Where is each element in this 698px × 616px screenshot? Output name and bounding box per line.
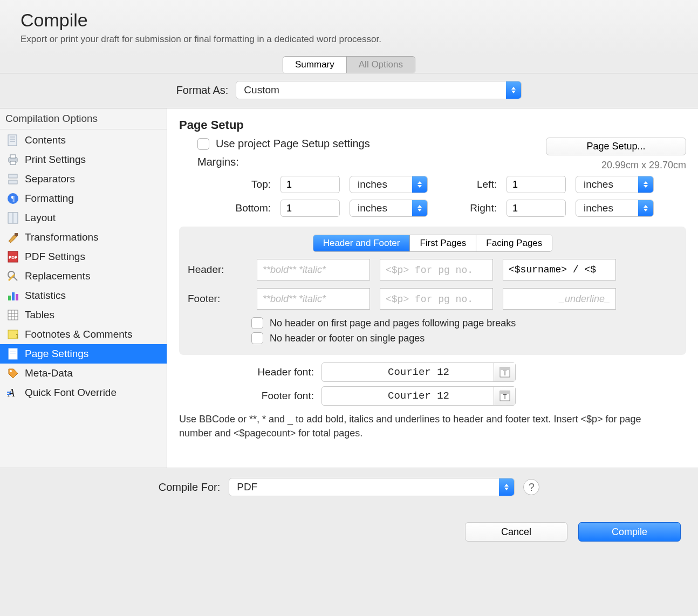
- tab-facing-pages[interactable]: Facing Pages: [476, 235, 552, 251]
- svg-line-17: [13, 277, 17, 280]
- sidebar-item-layout[interactable]: Layout: [0, 208, 167, 228]
- tab-summary[interactable]: Summary: [283, 57, 347, 73]
- chevron-updown-icon: [499, 478, 514, 496]
- margin-right-unit-select[interactable]: inches: [576, 200, 654, 217]
- sidebar-item-label: Print Settings: [25, 154, 86, 166]
- format-as-select[interactable]: Custom: [236, 81, 522, 99]
- brush-icon: [6, 231, 19, 244]
- margin-right-input[interactable]: [507, 200, 566, 217]
- main-panel: Page Setup Use project Page Setup settin…: [167, 108, 698, 468]
- svg-rect-19: [8, 296, 11, 300]
- svg-rect-20: [12, 292, 15, 300]
- sidebar-item-pdf-settings[interactable]: PDF PDF Settings: [0, 247, 167, 266]
- page-setup-button[interactable]: Page Setup...: [546, 138, 686, 155]
- format-row: Format As: Custom: [0, 73, 698, 108]
- svg-text:PDF: PDF: [9, 255, 17, 260]
- footer-left-input[interactable]: [257, 288, 370, 310]
- sidebar-item-label: Replacements: [25, 270, 90, 282]
- sidebar-item-statistics[interactable]: Statistics: [0, 286, 167, 305]
- svg-point-32: [10, 370, 12, 372]
- font-panel-icon[interactable]: T: [494, 363, 515, 381]
- header-font-display[interactable]: Courier 12 T: [321, 362, 516, 382]
- format-as-value: Custom: [244, 84, 279, 96]
- compile-button[interactable]: Compile: [578, 522, 681, 542]
- margin-top-input[interactable]: [280, 176, 340, 193]
- header-center-input[interactable]: [380, 259, 493, 280]
- sidebar-item-separators[interactable]: Separators: [0, 169, 167, 189]
- no-header-single-checkbox[interactable]: [251, 332, 263, 344]
- header-right-input[interactable]: [503, 259, 616, 280]
- svg-text:T: T: [503, 370, 507, 378]
- sidebar-item-label: Statistics: [25, 290, 66, 302]
- margin-bottom-label: Bottom:: [201, 202, 271, 214]
- margin-bottom-unit-select[interactable]: inches: [350, 200, 428, 217]
- sidebar-item-label: Contents: [25, 134, 66, 146]
- svg-rect-0: [8, 135, 17, 146]
- svg-rect-21: [16, 294, 18, 300]
- pencil-search-icon: [6, 270, 19, 283]
- chevron-updown-icon: [506, 81, 521, 99]
- header-left-input[interactable]: [257, 259, 370, 280]
- sidebar-item-label: Footnotes & Comments: [25, 328, 133, 340]
- sidebar-item-quick-font-override[interactable]: A Quick Font Override: [0, 383, 167, 402]
- sidebar-item-label: Page Settings: [25, 348, 88, 360]
- margin-left-unit-select[interactable]: inches: [576, 176, 654, 193]
- svg-rect-5: [10, 155, 16, 158]
- compile-for-label: Compile For:: [159, 481, 220, 494]
- sidebar-item-footnotes-comments[interactable]: 1 Footnotes & Comments: [0, 325, 167, 344]
- sidebar-title: Compilation Options: [0, 108, 167, 129]
- pilcrow-icon: ¶: [6, 192, 19, 205]
- svg-rect-7: [9, 174, 17, 178]
- sidebar-item-tables[interactable]: Tables: [0, 305, 167, 325]
- svg-text:¶: ¶: [11, 195, 15, 203]
- footer-font-display[interactable]: Courier 12 T: [321, 386, 516, 406]
- margin-top-unit-select[interactable]: inches: [350, 176, 428, 193]
- sidebar-item-print-settings[interactable]: Print Settings: [0, 150, 167, 169]
- chevron-updown-icon: [412, 176, 427, 193]
- sidebar-item-label: Transformations: [25, 231, 99, 243]
- margin-left-label: Left:: [437, 179, 497, 190]
- no-header-first-checkbox[interactable]: [251, 317, 263, 329]
- help-button[interactable]: ?: [523, 479, 539, 495]
- sidebar-item-label: Meta-Data: [25, 367, 73, 379]
- margin-left-input[interactable]: [507, 176, 566, 193]
- table-icon: [6, 309, 19, 321]
- tab-first-pages[interactable]: First Pages: [410, 235, 476, 251]
- font-icon: A: [6, 386, 19, 399]
- sidebar-item-formatting[interactable]: ¶ Formatting: [0, 189, 167, 208]
- cancel-button[interactable]: Cancel: [465, 522, 567, 542]
- sidebar-item-meta-data[interactable]: Meta-Data: [0, 364, 167, 383]
- header-footer-panel: Header and Footer First Pages Facing Pag…: [179, 227, 686, 355]
- section-heading: Page Setup: [179, 118, 686, 132]
- svg-rect-6: [10, 161, 16, 165]
- format-as-label: Format As:: [176, 84, 229, 97]
- tab-all-options[interactable]: All Options: [347, 57, 415, 73]
- sidebar-item-replacements[interactable]: Replacements: [0, 266, 167, 286]
- chevron-updown-icon: [638, 176, 653, 193]
- svg-text:T: T: [503, 394, 507, 401]
- page-icon: [6, 347, 19, 360]
- sidebar-item-contents[interactable]: Contents: [0, 131, 167, 150]
- svg-rect-8: [9, 180, 17, 184]
- tab-header-footer[interactable]: Header and Footer: [313, 235, 410, 251]
- sticky-note-icon: 1: [6, 328, 19, 341]
- sidebar: Compilation Options Contents Print Setti…: [0, 108, 167, 468]
- header: Compile Export or print your draft for s…: [0, 0, 698, 56]
- layout-icon: [6, 211, 19, 224]
- footer-right-input[interactable]: [503, 288, 616, 310]
- footer-font-label: Footer font:: [244, 390, 314, 402]
- sidebar-item-page-settings[interactable]: Page Settings: [0, 344, 167, 364]
- sidebar-item-label: Quick Font Override: [25, 387, 117, 399]
- sidebar-item-transformations[interactable]: Transformations: [0, 228, 167, 247]
- use-project-page-setup-checkbox[interactable]: [197, 138, 209, 150]
- no-header-first-label: No header on first page and pages follow…: [270, 318, 516, 329]
- margin-bottom-input[interactable]: [280, 200, 340, 217]
- use-project-label: Use project Page Setup settings: [216, 138, 370, 150]
- chevron-updown-icon: [412, 200, 427, 216]
- compile-for-select[interactable]: PDF: [229, 478, 515, 496]
- separators-icon: [6, 173, 19, 186]
- font-panel-icon[interactable]: T: [494, 387, 515, 405]
- sidebar-item-label: Formatting: [25, 193, 74, 204]
- svg-text:1: 1: [16, 333, 19, 339]
- footer-center-input[interactable]: [380, 288, 493, 310]
